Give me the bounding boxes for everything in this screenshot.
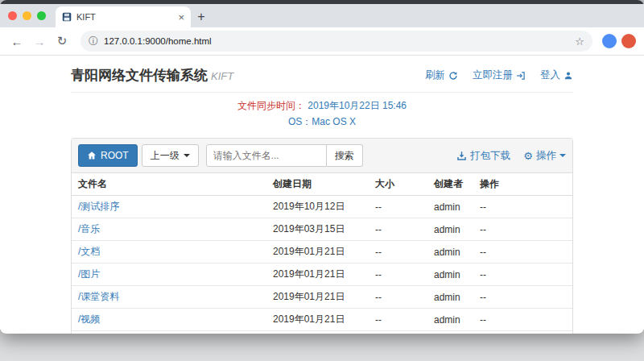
root-button[interactable]: ROOT	[78, 144, 138, 167]
table-row: /文档2019年01月21日--admin--	[72, 241, 572, 263]
table-row: /音乐2019年03月15日--admin--	[72, 218, 572, 241]
forward-icon[interactable]: →	[31, 35, 48, 48]
file-date-cell: 2019年10月12日	[266, 196, 369, 218]
table-row: /视频2019年01月21日--admin--	[72, 309, 572, 331]
sync-status-line: 文件同步时间： 2019年10月22日 15:46	[71, 99, 573, 113]
table-row: /图片2019年01月21日--admin--	[72, 263, 572, 286]
login-link[interactable]: 登入	[540, 68, 573, 82]
page-title: 青阳网络文件传输系统KIFT	[71, 66, 233, 85]
file-toolbar: ROOT 上一级 搜索	[72, 139, 572, 173]
new-tab-button[interactable]: +	[191, 6, 212, 27]
file-date-cell: 2019年01月21日	[266, 286, 369, 309]
chevron-down-icon	[184, 154, 190, 157]
file-size-cell: --	[369, 218, 427, 241]
folder-link[interactable]: /图片	[78, 268, 100, 280]
bookmark-star-icon[interactable]: ☆	[575, 35, 584, 48]
file-creator-cell: admin	[427, 263, 473, 286]
file-date-cell: 2019年01月21日	[266, 309, 369, 331]
home-icon	[87, 151, 97, 160]
search-button[interactable]: 搜索	[327, 144, 363, 167]
browser-window: KIFT × + ← → ↻ ⓘ 127.0.0.1:9000/home.htm…	[0, 0, 644, 334]
file-operations-cell: --	[473, 218, 572, 241]
file-creator-cell: admin	[427, 196, 473, 218]
web-page: 青阳网络文件传输系统KIFT 刷新 立即注册	[0, 56, 644, 333]
column-header-operations: 操作	[473, 173, 572, 196]
column-header-date: 创建日期	[266, 173, 369, 196]
chevron-down-icon	[559, 154, 566, 157]
reload-icon[interactable]: ↻	[53, 34, 71, 48]
operations-dropdown[interactable]: ⚙ 操作	[523, 149, 566, 163]
sync-time: 2019年10月22日 15:46	[308, 100, 407, 111]
refresh-icon	[448, 71, 458, 81]
header-links: 刷新 立即注册 登入	[425, 68, 573, 82]
refresh-link[interactable]: 刷新	[425, 68, 458, 82]
file-name-cell: /文档	[72, 241, 266, 263]
file-name-cell: /测试排序	[72, 196, 266, 218]
download-tray-icon	[456, 151, 467, 161]
file-creator-cell: admin	[427, 309, 473, 331]
page-subtitle: KIFT	[211, 70, 233, 82]
file-size-cell: 1986MB	[369, 331, 427, 334]
file-date-cell: 2019年10月20日	[266, 331, 369, 334]
table-row: /课堂资料2019年01月21日--admin--	[72, 286, 572, 309]
profile-avatar[interactable]	[621, 34, 636, 48]
folder-link[interactable]: /音乐	[78, 223, 100, 234]
file-creator-cell: admin	[427, 286, 473, 309]
user-icon	[564, 71, 573, 81]
folder-link[interactable]: /文档	[78, 246, 100, 257]
table-row: ubuntu-18.04.3-desktop-amd64.iso2019年10月…	[72, 331, 572, 334]
file-creator-cell: admin	[427, 218, 473, 241]
favicon	[62, 12, 72, 22]
folder-link[interactable]: /视频	[78, 313, 100, 325]
tab-strip: KIFT × +	[0, 4, 644, 27]
search-group: 搜索	[206, 144, 363, 167]
file-operations-cell: --	[473, 309, 572, 331]
file-size-cell: --	[369, 309, 427, 331]
url-text[interactable]: 127.0.0.1:9000/home.html	[104, 36, 569, 46]
file-size-cell: --	[369, 241, 427, 263]
file-table: 文件名 创建日期 大小 创建者 操作 /测试排序2019年10月12日--adm…	[72, 173, 572, 334]
browser-toolbar: ← → ↻ ⓘ 127.0.0.1:9000/home.html ☆	[0, 27, 644, 56]
window-controls	[8, 11, 46, 20]
file-size-cell: --	[369, 196, 427, 218]
folder-link[interactable]: /测试排序	[78, 201, 119, 212]
file-size-cell: --	[369, 263, 427, 286]
file-browser-panel: ROOT 上一级 搜索	[71, 138, 573, 334]
extension-icon[interactable]	[602, 34, 617, 48]
page-header: 青阳网络文件传输系统KIFT 刷新 立即注册	[71, 66, 573, 85]
file-table-body: /测试排序2019年10月12日--admin--/音乐2019年03月15日-…	[72, 196, 572, 334]
tab-title: KIFT	[76, 12, 173, 22]
file-name-cell: /音乐	[72, 218, 266, 241]
file-operations-cell: --	[473, 286, 572, 309]
file-operations-cell: --	[473, 196, 572, 218]
os-value: Mac OS X	[312, 116, 356, 127]
file-size-cell: --	[369, 286, 427, 309]
site-info-icon[interactable]: ⓘ	[89, 35, 98, 48]
back-icon[interactable]: ←	[8, 35, 26, 48]
file-name-cell: /课堂资料	[72, 286, 266, 309]
sync-label: 文件同步时间：	[237, 100, 305, 111]
header-divider	[71, 92, 573, 93]
zoom-window-button[interactable]	[37, 11, 46, 20]
package-download-link[interactable]: 打包下载	[456, 149, 510, 163]
file-name-cell: /视频	[72, 309, 266, 331]
file-date-cell: 2019年01月21日	[266, 241, 369, 263]
search-input[interactable]	[206, 144, 327, 167]
file-creator-cell: admin	[427, 331, 473, 334]
file-creator-cell: admin	[427, 241, 473, 263]
gear-icon: ⚙	[523, 151, 533, 161]
up-level-button[interactable]: 上一级	[142, 144, 199, 167]
address-bar[interactable]: ⓘ 127.0.0.1:9000/home.html ☆	[80, 31, 592, 52]
column-header-size: 大小	[369, 173, 427, 196]
table-header-row: 文件名 创建日期 大小 创建者 操作	[72, 173, 572, 196]
folder-link[interactable]: /课堂资料	[78, 291, 119, 302]
close-window-button[interactable]	[8, 11, 17, 20]
register-link[interactable]: 立即注册	[473, 68, 526, 82]
file-operations-cell: --	[473, 263, 572, 286]
file-date-cell: 2019年03月15日	[266, 218, 369, 241]
minimize-window-button[interactable]	[23, 11, 31, 20]
toolbar-right: 打包下载 ⚙ 操作	[456, 149, 566, 163]
file-date-cell: 2019年01月21日	[266, 263, 369, 286]
browser-tab[interactable]: KIFT ×	[56, 6, 191, 27]
tab-close-icon[interactable]: ×	[178, 12, 184, 23]
